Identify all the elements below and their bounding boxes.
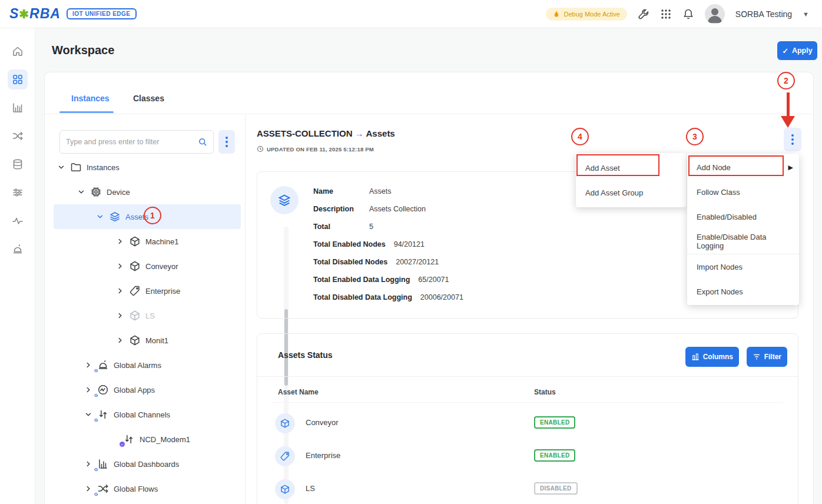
tree-item-global-dashboards[interactable]: GGlobal Dashboards — [54, 452, 241, 476]
global-badge: G — [94, 368, 98, 373]
menu-item-enabled-disabled[interactable]: Enabled/Disabled — [687, 204, 799, 229]
tree-item-global-flows[interactable]: GGlobal Flows — [54, 476, 241, 501]
detail-row-total-enabled-nodes: Total Enabled Nodes94/20121 — [313, 236, 463, 253]
tree-item-enterprise[interactable]: Enterprise — [54, 278, 241, 303]
divider — [45, 114, 813, 114]
columns-button[interactable]: Columns — [685, 347, 739, 367]
layers-icon — [109, 211, 121, 223]
tree-item-instances[interactable]: Instances — [54, 155, 241, 180]
search-icon[interactable] — [198, 137, 207, 147]
chevron-right-icon[interactable] — [116, 311, 124, 320]
tree-filter-input[interactable] — [66, 138, 193, 146]
chevron-down-icon[interactable] — [84, 410, 92, 419]
tree-item-device[interactable]: Device — [54, 180, 241, 204]
chevron-right-icon[interactable] — [116, 262, 124, 270]
sidebar-item-alarms[interactable] — [8, 239, 28, 259]
user-name[interactable]: SORBA Testing — [735, 9, 792, 19]
menu-item-add-asset[interactable]: Add Asset — [576, 155, 687, 180]
apply-button[interactable]: ✓Apply — [777, 41, 817, 60]
menu-item-add-node[interactable]: Add Node▶ — [687, 155, 799, 180]
columns-icon — [691, 353, 700, 361]
menu-item-follow-class[interactable]: Follow Class — [687, 180, 799, 204]
chevron-down-icon[interactable] — [57, 163, 65, 171]
updated-timestamp: UPDATED ON FEB 11, 2025 5:12:18 PM — [257, 145, 374, 152]
status-card-title: Assets Status — [278, 350, 333, 360]
node-actions-menu: Add Node▶Follow ClassEnabled/DisabledEna… — [687, 154, 799, 305]
detail-row-description: DescriptionAssets Collection — [313, 200, 463, 218]
chevron-right-icon[interactable] — [84, 386, 92, 394]
avatar[interactable] — [705, 4, 725, 24]
chevron-right-icon[interactable] — [116, 287, 124, 295]
sidebar-item-workspace-grid[interactable] — [8, 69, 28, 89]
asset-actions-kebab-button[interactable] — [784, 128, 801, 151]
table-row-conveyor[interactable]: ConveyorENABLED — [257, 407, 798, 440]
bell-icon[interactable] — [682, 8, 694, 20]
table-row-enterprise[interactable]: EnterpriseENABLED — [257, 440, 798, 473]
tree-item-conveyor[interactable]: Conveyor — [54, 254, 241, 278]
chevron-down-icon[interactable] — [77, 188, 85, 196]
menu-item-enable-disable-data-logging[interactable]: Enable/Disable Data Logging — [687, 229, 799, 254]
workspace-grid-icon — [12, 74, 24, 85]
status-badge: ENABLED — [534, 416, 575, 429]
check-icon: ✓ — [782, 47, 788, 55]
cube-icon — [129, 310, 141, 321]
tree-item-global-alarms[interactable]: GGlobal Alarms — [54, 353, 241, 377]
tree-item-global-apps[interactable]: GGlobal Apps — [54, 377, 241, 402]
tree-item-monit1[interactable]: Monit1 — [54, 328, 241, 353]
chevron-right-icon[interactable] — [84, 361, 92, 369]
tree-item-ls[interactable]: LS — [54, 303, 241, 328]
modem-badge: – — [120, 442, 125, 447]
asset-name: Enterprise — [306, 451, 340, 460]
apps-grid-icon[interactable] — [660, 8, 672, 20]
sidebar-item-dashboards[interactable] — [8, 98, 28, 118]
add-asset-menu: Add AssetAdd Asset Group — [576, 153, 687, 207]
wrench-icon[interactable] — [638, 8, 649, 20]
page-title: Workspace — [52, 44, 114, 57]
menu-item-export-nodes[interactable]: Export Nodes — [687, 279, 799, 304]
sidebar-item-analytics-pulse[interactable] — [8, 211, 28, 231]
tab-classes[interactable]: Classes — [133, 94, 164, 103]
chevron-down-icon[interactable] — [96, 213, 104, 221]
menu-item-add-asset-group[interactable]: Add Asset Group — [576, 180, 687, 205]
table-row-ls[interactable]: LSDISABLED — [257, 473, 798, 504]
sidebar-item-flows[interactable] — [8, 126, 28, 146]
detail-row-total-disabled-data-logging: Total Disabled Data Logging20006/20071 — [313, 289, 463, 306]
tree-options-kebab-button[interactable] — [218, 130, 235, 154]
chevron-right-icon[interactable] — [84, 460, 92, 468]
tree-item-ncd-modem1[interactable]: –NCD_Modem1 — [54, 427, 241, 452]
apps-icon: G — [97, 384, 109, 396]
brand-logo: S✱RBA IOT UNIFIED EDGE — [0, 6, 137, 22]
tree-item-label: Global Flows — [114, 485, 158, 493]
chip-icon — [90, 186, 102, 198]
tree-item-assets[interactable]: Assets — [54, 204, 241, 229]
chevron-right-icon[interactable] — [84, 485, 92, 493]
sidebar-item-data[interactable] — [8, 154, 28, 174]
tree-item-label: Assets — [125, 213, 148, 221]
tree-item-machine1[interactable]: Machine1 — [54, 229, 241, 254]
detail-value: 94/20121 — [394, 240, 425, 248]
tree-item-label: Global Alarms — [114, 361, 161, 370]
detail-value: Assets Collection — [369, 205, 426, 213]
filter-icon — [753, 353, 761, 361]
clock-icon — [257, 145, 264, 152]
detail-row-total-enabled-data-logging: Total Enabled Data Logging65/20071 — [313, 271, 463, 289]
tree-item-label: Device — [107, 188, 130, 197]
no-chevron — [110, 435, 118, 443]
chevron-down-icon[interactable]: ▼ — [803, 11, 809, 18]
tree-item-label: Enterprise — [145, 287, 180, 296]
tree-item-label: Global Apps — [114, 386, 155, 394]
submenu-arrow-icon: ▶ — [788, 164, 793, 171]
tree-item-label: Instances — [87, 163, 120, 172]
detail-label: Total Enabled Data Logging — [313, 276, 418, 284]
cube-icon — [275, 413, 295, 433]
status-badge: ENABLED — [534, 449, 575, 462]
sidebar-item-home[interactable] — [8, 41, 28, 61]
tab-instances[interactable]: Instances — [71, 94, 110, 103]
dashboards-icon — [12, 102, 24, 114]
filter-button[interactable]: Filter — [747, 347, 787, 367]
chevron-right-icon[interactable] — [116, 237, 124, 246]
sidebar-item-settings-sliders[interactable] — [8, 183, 28, 203]
menu-item-import-nodes[interactable]: Import Nodes — [687, 254, 799, 279]
tree-item-global-channels[interactable]: GGlobal Channels — [54, 402, 241, 427]
chevron-right-icon[interactable] — [116, 336, 124, 344]
